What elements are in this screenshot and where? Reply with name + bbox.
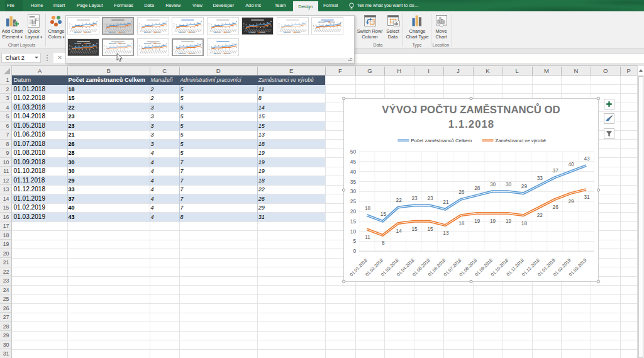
svg-text:15: 15 [427, 226, 433, 232]
svg-text:18: 18 [364, 204, 370, 211]
svg-text:40: 40 [350, 168, 356, 174]
svg-text:23: 23 [411, 194, 418, 201]
svg-text:15: 15 [411, 226, 418, 232]
svg-text:26: 26 [458, 189, 465, 195]
svg-text:19: 19 [489, 218, 496, 224]
svg-text:18: 18 [521, 220, 527, 226]
svg-text:Počet zaměstnanců Celkem: Počet zaměstnanců Celkem [411, 137, 472, 143]
svg-text:40: 40 [568, 161, 574, 167]
svg-text:26: 26 [552, 204, 558, 210]
svg-text:15: 15 [350, 218, 356, 224]
svg-text:45: 45 [350, 158, 356, 164]
svg-text:0: 0 [353, 248, 356, 254]
svg-text:37: 37 [552, 167, 558, 173]
svg-text:VÝVOJ POČTU ZAMĚSTNANCŮ OD: VÝVOJ POČTU ZAMĚSTNANCŮ OD [382, 103, 560, 115]
svg-text:1.1.2018: 1.1.2018 [448, 118, 494, 130]
svg-text:18: 18 [458, 220, 465, 226]
svg-text:15: 15 [380, 211, 386, 217]
svg-text:21: 21 [443, 199, 449, 205]
svg-text:31: 31 [584, 194, 590, 200]
svg-text:19: 19 [474, 218, 480, 224]
svg-text:35: 35 [350, 178, 356, 184]
svg-text:29: 29 [521, 182, 527, 189]
svg-text:5: 5 [353, 238, 356, 244]
svg-text:22: 22 [396, 197, 402, 203]
svg-text:11: 11 [365, 233, 370, 240]
svg-text:23: 23 [427, 194, 433, 201]
svg-text:43: 43 [584, 155, 590, 161]
svg-text:10: 10 [350, 228, 356, 234]
svg-text:8: 8 [382, 240, 385, 246]
svg-text:28: 28 [474, 185, 480, 191]
svg-text:25: 25 [350, 198, 356, 204]
svg-text:13: 13 [443, 230, 449, 236]
svg-text:Zaměstnanci ve výrobě: Zaměstnanci ve výrobě [495, 137, 546, 143]
svg-text:30: 30 [350, 188, 356, 194]
svg-text:22: 22 [536, 211, 543, 218]
svg-text:14: 14 [396, 228, 402, 234]
svg-text:29: 29 [568, 198, 574, 204]
svg-text:20: 20 [350, 208, 356, 214]
svg-text:50: 50 [350, 148, 356, 155]
svg-text:19: 19 [505, 218, 511, 224]
svg-text:30: 30 [505, 181, 511, 187]
svg-text:33: 33 [536, 175, 543, 181]
svg-text:30: 30 [489, 181, 496, 187]
